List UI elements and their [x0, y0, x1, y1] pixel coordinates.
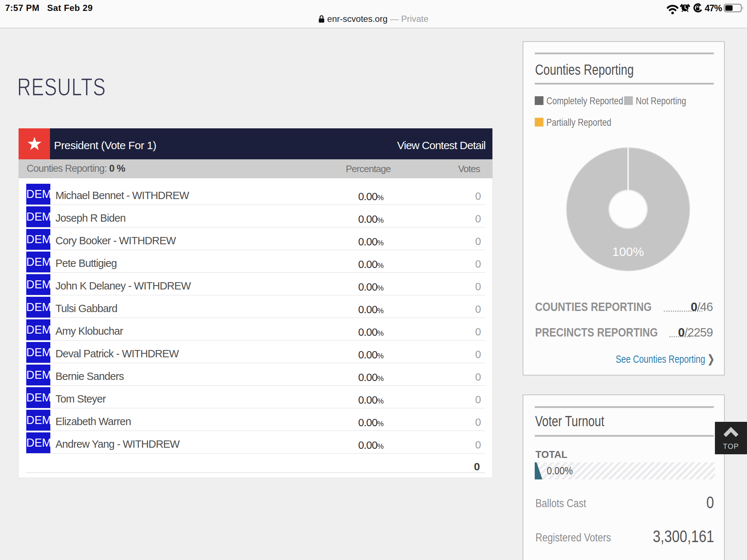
svg-text:100%: 100%: [612, 245, 644, 258]
